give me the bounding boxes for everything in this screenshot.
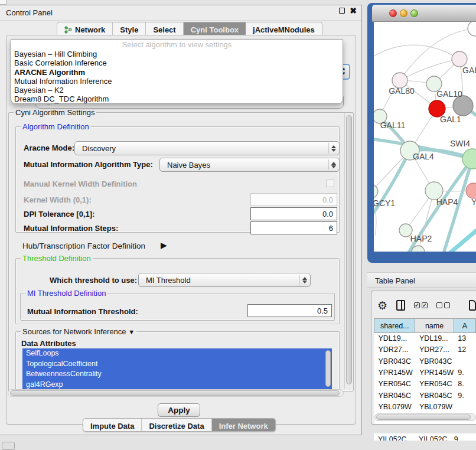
cell-name[interactable]: YIL052C xyxy=(415,433,450,441)
hub-section-label[interactable]: Hub/Transcription Factor Definition xyxy=(22,242,145,250)
table-horizontal-scrollbar[interactable] xyxy=(374,413,476,421)
cell-name[interactable]: YDR27... xyxy=(415,344,454,356)
tab-select[interactable]: Select xyxy=(146,22,183,35)
dropdown-item-dream8[interactable]: Dream8 DC_TDC Algorithm xyxy=(11,94,343,103)
tab-network[interactable]: Network xyxy=(57,22,113,35)
columns-icon[interactable] xyxy=(396,300,405,311)
collapsed-panel-button[interactable] xyxy=(2,442,15,450)
column-header-shared-name[interactable]: shared... xyxy=(374,319,415,333)
cell-shared[interactable]: YIL052C xyxy=(374,433,415,441)
node-gcy1[interactable] xyxy=(374,185,378,198)
dropdown-item-bayesian-k2[interactable]: Bayesian – K2 xyxy=(11,86,343,94)
cell-value[interactable]: 13 xyxy=(454,333,475,344)
clipped-table-row[interactable]: YIL052CYIL052C9. xyxy=(374,433,476,441)
attribute-list-scrollbar[interactable] xyxy=(325,350,331,387)
cell-value[interactable]: 8. xyxy=(454,379,475,390)
control-panel-window: Control Panel ✖ Network Style Select Cyn xyxy=(0,5,362,435)
cell-value[interactable]: 9. xyxy=(454,367,475,378)
node-swi4[interactable] xyxy=(462,149,476,169)
mi-type-combo[interactable]: Naive Bayes xyxy=(159,158,340,172)
cell-name[interactable]: YER054C xyxy=(415,379,454,390)
network-nodes[interactable] xyxy=(374,22,476,252)
aracne-mode-combo[interactable]: Discovery xyxy=(74,141,340,155)
collapsed-arrow-icon[interactable]: ▶ xyxy=(161,240,167,250)
cell-value[interactable]: 9. xyxy=(450,433,476,441)
tab-discretize-data[interactable]: Discretize Data xyxy=(142,419,211,431)
combo-stepper-icon xyxy=(328,159,338,170)
column-header-name[interactable]: name xyxy=(415,319,454,333)
tab-impute-data[interactable]: Impute Data xyxy=(83,419,142,431)
algorithm-definition-title: Algorithm Definition xyxy=(21,122,91,131)
mac-close-icon[interactable] xyxy=(389,9,397,17)
table-row[interactable]: YBR045CYBR045C9. xyxy=(374,390,476,401)
cell-name[interactable]: YPR145W xyxy=(415,367,454,378)
cell-name[interactable]: YDL19... xyxy=(415,333,454,344)
tab-jactivemnodules[interactable]: jActiveMNodules xyxy=(246,22,322,35)
node-gal-pink[interactable] xyxy=(452,51,467,67)
table-row[interactable]: YBL079WYBL079W xyxy=(374,401,476,412)
restore-icon[interactable] xyxy=(339,8,345,14)
network-canvas[interactable]: GAL GAL80 GAL10 GAL1 GAL11 SWI4 GAL4 GCY… xyxy=(374,22,476,252)
attribute-item-selfloops[interactable]: SelfLoops xyxy=(22,348,332,359)
new-table-icon[interactable] xyxy=(469,300,476,311)
cell-shared[interactable]: YBL079W xyxy=(374,401,415,412)
dpi-tolerance-field[interactable]: 0.0 xyxy=(250,207,337,220)
node-salmon[interactable] xyxy=(466,183,476,198)
settings-vscroll-thumb[interactable] xyxy=(346,115,352,384)
cell-shared[interactable]: YER054C xyxy=(374,379,415,390)
mac-minimize-icon[interactable] xyxy=(400,9,407,17)
cell-name[interactable]: YBR043C xyxy=(415,356,454,367)
cell-shared[interactable]: YDR27... xyxy=(374,344,415,356)
cell-shared[interactable]: YDL19... xyxy=(374,333,415,344)
attribute-item-topologicalcoefficient[interactable]: TopologicalCoefficient xyxy=(22,359,332,370)
node-gray[interactable] xyxy=(453,96,473,116)
dropdown-item-bayesian-hill-climbing[interactable]: Bayesian – Hill Climbing xyxy=(11,50,343,58)
cell-value[interactable] xyxy=(454,401,475,412)
deselect-all-checkboxes-icon[interactable] xyxy=(436,302,450,308)
cyan-edge xyxy=(449,227,476,252)
cell-shared[interactable]: YPR145W xyxy=(374,367,415,378)
attribute-item-gal4rgexp[interactable]: gal4RGexp xyxy=(22,380,332,390)
cell-shared[interactable]: YBR043C xyxy=(374,356,415,367)
gear-icon[interactable]: ⚙ xyxy=(377,300,387,311)
select-all-checkboxes-icon[interactable]: ✓✓ xyxy=(414,302,428,308)
cell-name[interactable]: YBR045C xyxy=(415,390,454,401)
settings-vertical-scrollbar[interactable] xyxy=(344,113,353,389)
dropdown-item-aracne[interactable]: ARACNE Algorithm xyxy=(11,68,343,77)
tab-style[interactable]: Style xyxy=(113,22,146,35)
tab-cyni-toolbox[interactable]: Cyni Toolbox xyxy=(184,22,246,35)
table-row[interactable]: YPR145WYPR145W9. xyxy=(374,367,476,378)
settings-hscroll-thumb[interactable] xyxy=(10,390,340,396)
table-row[interactable]: YBR043CYBR043C xyxy=(374,356,476,367)
label-gal: GAL xyxy=(462,66,476,75)
node-unlabeled[interactable] xyxy=(468,22,476,36)
apply-button[interactable]: Apply xyxy=(158,403,200,417)
cell-shared[interactable]: YBR045C xyxy=(374,390,415,401)
bottom-tabbar: Impute Data Discretize Data Infer Networ… xyxy=(83,418,276,432)
dropdown-item-mutual-information[interactable]: Mutual Information Inference xyxy=(11,77,343,86)
mi-threshold-field[interactable]: 0.5 xyxy=(247,304,332,317)
which-threshold-combo[interactable]: MI Threshold xyxy=(138,273,311,287)
expanded-arrow-icon[interactable]: ▼ xyxy=(128,328,135,335)
node-table: shared... name A YDL19...YDL19...13 YDR2… xyxy=(374,318,476,424)
table-hscroll-thumb[interactable] xyxy=(376,415,471,420)
table-row[interactable]: YDR27...YDR27...12 xyxy=(374,344,476,356)
cell-name[interactable]: YBL079W xyxy=(415,401,454,412)
attribute-item-betweennesscentrality[interactable]: BetweennessCentrality xyxy=(22,369,332,380)
cell-value[interactable] xyxy=(454,356,475,367)
settings-horizontal-scrollbar[interactable] xyxy=(8,389,344,397)
table-row[interactable]: YDL19...YDL19...13 xyxy=(374,333,476,344)
mac-zoom-icon[interactable] xyxy=(410,9,418,17)
cell-value[interactable]: 9. xyxy=(454,390,475,401)
control-panel-title: Control Panel xyxy=(6,8,53,17)
kernel-width-field[interactable]: 0.0 xyxy=(250,193,337,206)
close-icon[interactable]: ✖ xyxy=(350,8,357,14)
tab-infer-network[interactable]: Infer Network xyxy=(212,419,275,431)
corner-notch xyxy=(0,0,6,5)
table-row[interactable]: YER054CYER054C8. xyxy=(374,379,476,390)
cell-value[interactable]: 12 xyxy=(454,344,475,356)
dropdown-item-basic-correlation[interactable]: Basic Correlation Inference xyxy=(11,58,343,67)
manual-kernel-checkbox[interactable] xyxy=(326,179,334,187)
column-header-clipped[interactable]: A xyxy=(454,319,475,333)
mi-steps-field[interactable]: 6 xyxy=(250,221,337,234)
